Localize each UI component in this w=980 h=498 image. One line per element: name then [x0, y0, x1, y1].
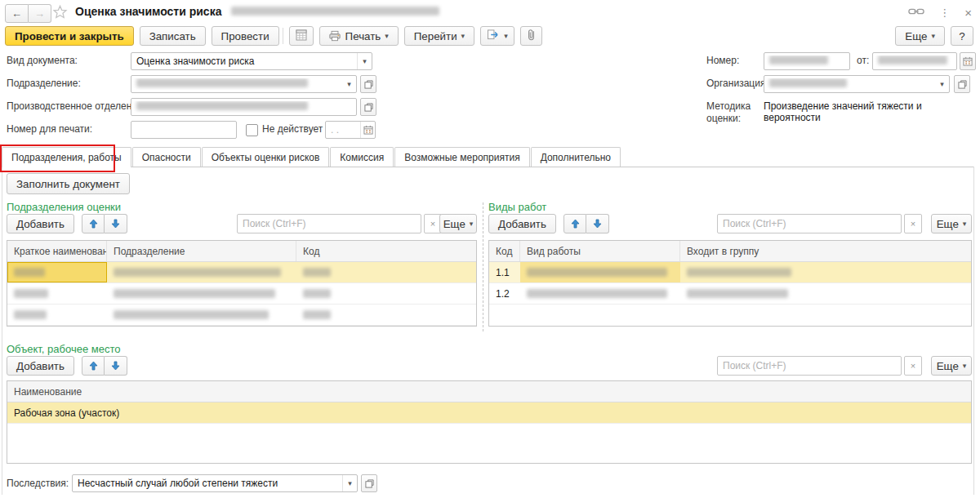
posting-structure-button[interactable] — [289, 26, 314, 46]
menu-dots-icon[interactable]: ⋮ — [939, 7, 950, 19]
workplace-more-button[interactable]: Еще▾ — [931, 356, 972, 376]
write-button[interactable]: Записать — [140, 26, 206, 46]
methodology-value: Произведение значений тяжести и вероятно… — [764, 100, 980, 123]
tab-bar: Подразделения, работы Опасности Объекты … — [2, 147, 974, 167]
dropdown-icon[interactable]: ▾ — [357, 53, 372, 69]
workplace-section-title: Объект, рабочее место — [7, 343, 120, 355]
dropdown-icon: ▾ — [931, 33, 935, 40]
table-row[interactable]: 1.1 — [489, 262, 971, 283]
open-icon — [364, 80, 373, 89]
table-header: Код Вид работы Входит в группу — [489, 241, 971, 262]
redacted-text — [527, 289, 667, 298]
move-down-button[interactable] — [105, 356, 127, 376]
nav-buttons: ← → — [5, 4, 51, 23]
departments-add-button[interactable]: Добавить — [7, 214, 74, 233]
post-and-close-button[interactable]: Провести и закрыть — [5, 26, 134, 46]
workplace-table[interactable]: Наименование Рабочая зона (участок) — [7, 380, 972, 464]
tab-possible-measures[interactable]: Возможные мероприятия — [394, 147, 529, 167]
dropdown-icon[interactable]: ▾ — [342, 76, 356, 92]
tab-additional[interactable]: Дополнительно — [531, 147, 621, 167]
work-types-more-button[interactable]: Еще▾ — [931, 214, 972, 233]
attachments-button[interactable] — [520, 26, 542, 46]
more-button[interactable]: Еще▾ — [895, 26, 945, 46]
move-down-button[interactable] — [105, 214, 127, 233]
work-types-table[interactable]: Код Вид работы Входит в группу 1.1 1.2 — [488, 240, 972, 327]
date-calendar-button[interactable] — [960, 52, 976, 70]
move-up-button[interactable] — [82, 356, 105, 376]
work-types-add-button[interactable]: Добавить — [488, 214, 556, 233]
command-bar: Провести и закрыть Записать Провести Печ… — [0, 24, 980, 47]
link-icon[interactable] — [908, 7, 924, 19]
move-up-button[interactable] — [564, 214, 586, 233]
window-controls: ⋮ × — [908, 6, 972, 20]
table-row[interactable] — [7, 262, 476, 283]
calendar-icon[interactable] — [360, 122, 375, 138]
favorite-star-icon[interactable] — [52, 4, 68, 22]
forward-button[interactable]: → — [29, 4, 51, 23]
date-input[interactable] — [872, 52, 957, 70]
department-combo[interactable]: ▾ — [131, 75, 357, 93]
redacted-text — [14, 310, 47, 319]
move-down-button[interactable] — [586, 214, 609, 233]
workplace-search: × — [717, 356, 922, 376]
back-button[interactable]: ← — [5, 4, 29, 23]
search-input[interactable] — [717, 214, 902, 233]
consequences-open-button[interactable] — [361, 474, 377, 492]
tab-departments-works[interactable]: Подразделения, работы — [2, 147, 131, 167]
active-cell[interactable] — [7, 262, 107, 282]
dropdown-icon[interactable]: ▾ — [935, 76, 949, 92]
number-input[interactable] — [764, 52, 850, 70]
search-clear-button[interactable]: × — [904, 214, 922, 233]
open-icon — [365, 479, 374, 488]
consequences-combo[interactable]: Несчастный случай любой степени тяжести … — [72, 474, 358, 492]
organization-open-button[interactable] — [954, 75, 970, 93]
redacted-text — [303, 289, 331, 298]
dropdown-icon[interactable]: ▾ — [342, 475, 357, 491]
dropdown-icon: ▾ — [504, 33, 508, 40]
redacted-text — [769, 56, 828, 64]
organization-combo[interactable]: ▾ — [764, 75, 950, 93]
production-department-open-button[interactable] — [360, 98, 376, 116]
print-button[interactable]: Печать▾ — [319, 26, 399, 46]
inactive-from-date-input[interactable]: . . — [325, 121, 376, 139]
tab-commission[interactable]: Комиссия — [330, 147, 394, 167]
panel-border-left — [2, 167, 2, 495]
search-input[interactable] — [717, 356, 902, 376]
printer-icon — [329, 30, 341, 42]
search-input[interactable] — [237, 214, 421, 233]
doc-type-combo[interactable]: Оценка значимости риска ▾ — [131, 52, 372, 70]
grid-icon — [296, 29, 307, 43]
table-row[interactable]: Рабочая зона (участок) — [7, 402, 971, 424]
post-button[interactable]: Провести — [212, 26, 279, 46]
workplace-add-button[interactable]: Добавить — [7, 356, 74, 376]
paperclip-icon — [527, 29, 536, 43]
table-row[interactable] — [7, 305, 476, 326]
table-row[interactable] — [7, 283, 476, 305]
help-button[interactable]: ? — [951, 26, 973, 46]
navigate-button[interactable]: Перейти▾ — [404, 26, 474, 46]
section-splitter[interactable] — [483, 202, 483, 331]
fill-document-button[interactable]: Заполнить документ — [7, 173, 130, 194]
redacted-text — [114, 289, 275, 298]
move-up-button[interactable] — [82, 214, 105, 233]
departments-more-button[interactable]: Еще▾ — [439, 214, 477, 233]
inactive-from-checkbox[interactable] — [246, 124, 258, 136]
table-row[interactable]: 1.2 — [489, 283, 971, 305]
search-clear-button[interactable]: × — [904, 356, 922, 376]
print-number-input[interactable] — [131, 121, 237, 139]
departments-move-buttons — [82, 214, 127, 233]
work-types-search: × — [717, 214, 922, 233]
departments-table[interactable]: Краткое наименование Подразделение Код — [7, 240, 477, 327]
redacted-text — [303, 310, 331, 319]
department-label: Подразделение: — [7, 78, 81, 89]
create-based-on-button[interactable]: ▾ — [480, 26, 514, 46]
dropdown-icon: ▾ — [385, 33, 389, 40]
department-open-button[interactable] — [360, 75, 376, 93]
page-title: Оценка значимости риска — [75, 5, 439, 18]
number-label: Номер: — [706, 55, 739, 66]
tab-hazards[interactable]: Опасности — [132, 147, 201, 167]
arrow-up-icon — [89, 219, 98, 229]
tab-risk-objects[interactable]: Объекты оценки рисков — [202, 147, 330, 167]
close-icon[interactable]: × — [964, 6, 972, 20]
production-department-field[interactable] — [131, 98, 357, 116]
